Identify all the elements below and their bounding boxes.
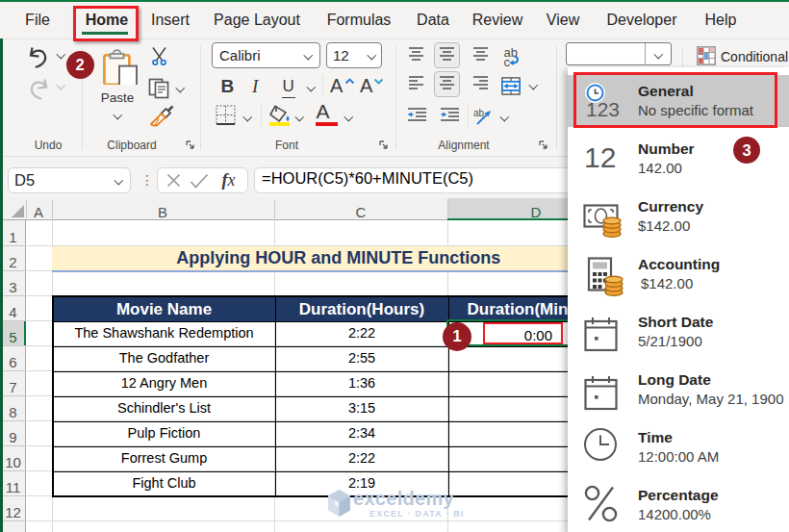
svg-text:c: c (504, 54, 511, 66)
svg-text:ab: ab (473, 108, 485, 118)
